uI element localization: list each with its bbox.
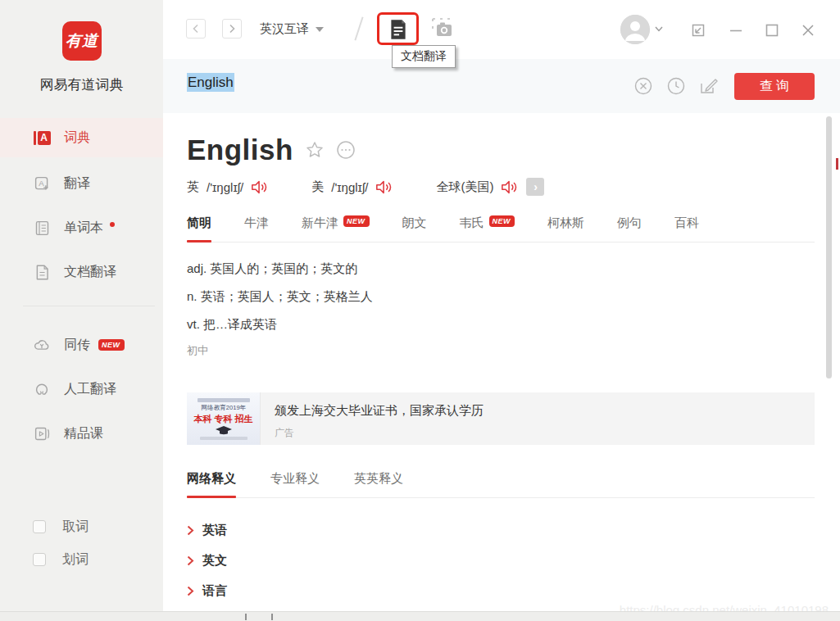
close-button[interactable] — [797, 20, 819, 41]
tab-examples[interactable]: 例句 — [617, 215, 642, 242]
tab-concise[interactable]: 简明 — [187, 215, 211, 242]
clear-circle-icon — [634, 77, 652, 95]
tab-webster[interactable]: 韦氏 NEW — [460, 215, 515, 242]
close-icon — [801, 23, 815, 38]
caret-down-icon — [316, 27, 324, 32]
global-expand-button[interactable]: › — [526, 178, 544, 196]
new-badge: NEW — [343, 215, 370, 227]
ad-image-text: 本科 专科 招生 — [193, 413, 252, 425]
speaker-icon[interactable] — [375, 179, 393, 195]
minimize-icon — [729, 23, 743, 38]
youdao-logo: 有道 — [62, 21, 102, 61]
pronunciation-us: 美 /'ɪŋglɪʃ/ — [311, 179, 393, 195]
toggle-word-select[interactable]: 划词 — [0, 546, 163, 573]
tab-web-meanings[interactable]: 网络释义 — [187, 471, 236, 497]
chevron-right-icon — [228, 24, 236, 34]
user-avatar[interactable] — [620, 15, 650, 44]
sidebar-item-label: 精品课 — [64, 425, 103, 442]
doc-translate-tooltip: 文档翻译 — [392, 45, 456, 68]
level-tag: 初中 — [187, 343, 815, 360]
search-bar[interactable]: English 查 询 — [163, 59, 840, 113]
sidebar-item-doc-translate[interactable]: 文档翻译 — [0, 252, 163, 292]
pron-region: 全球(美国) — [436, 179, 493, 195]
chevron-left-icon — [192, 24, 200, 34]
ad-banner[interactable]: 网络教育2019年 本科 专科 招生 颁发上海交大毕业证书，国家承认学历 广告 — [187, 392, 815, 445]
speaker-icon[interactable] — [501, 179, 519, 195]
headword: English — [187, 134, 293, 166]
screenshot-ocr-button[interactable] — [430, 16, 455, 41]
sidebar-item-label: 同传 — [64, 337, 90, 354]
sidebar-item-dictionary[interactable]: A 词典 — [0, 118, 163, 157]
pron-phonetic: /'ɪŋglɪʃ/ — [331, 180, 368, 194]
app-name: 网易有道词典 — [0, 75, 163, 94]
search-input[interactable]: English — [187, 75, 234, 91]
more-options-icon[interactable] — [336, 140, 356, 160]
resize-mark — [245, 614, 247, 620]
tab-longman[interactable]: 朗文 — [402, 215, 427, 242]
minimize-button[interactable] — [725, 20, 747, 41]
headset-icon — [33, 380, 51, 398]
scrollbar-thumb[interactable] — [826, 116, 832, 378]
graduation-cap-icon — [216, 426, 232, 436]
sidebar-item-label: 文档翻译 — [64, 264, 116, 281]
toggle-label: 划词 — [62, 551, 89, 569]
ad-image-text: 网络教育2019年 — [201, 403, 246, 411]
tab-baike[interactable]: 百科 — [674, 215, 699, 242]
handwriting-button[interactable] — [699, 76, 719, 96]
web-meaning-item[interactable]: 英语 — [187, 515, 815, 546]
sidebar-item-label: 人工翻译 — [64, 381, 116, 398]
pronunciation-global: 全球(美国) › — [436, 178, 544, 196]
dictionary-tabs: 简明 牛津 新牛津 NEW 朗文 韦氏 NEW 柯林斯 例句 百科 — [187, 215, 815, 243]
sidebar-item-label: 单词本 — [64, 220, 103, 237]
chevron-right-icon — [187, 586, 194, 596]
meaning-tabs: 网络释义 专业释义 英英释义 — [187, 471, 815, 498]
web-meaning-item[interactable]: 英文 — [187, 546, 815, 576]
tab-collins[interactable]: 柯林斯 — [547, 215, 584, 242]
back-button[interactable] — [186, 19, 206, 39]
tab-professional-meanings[interactable]: 专业释义 — [270, 471, 320, 497]
maximize-button[interactable] — [761, 20, 783, 41]
chevron-right-icon — [187, 555, 194, 566]
pron-phonetic: /'ɪŋglɪʃ/ — [207, 180, 243, 194]
sidebar-item-courses[interactable]: 精品课 — [0, 414, 163, 453]
scrollbar-red-marker — [836, 158, 838, 170]
definitions: adj. 英国人的；英国的；英文的 n. 英语；英国人；英文；英格兰人 vt. … — [187, 255, 815, 338]
history-button[interactable] — [666, 76, 686, 96]
checkbox-icon[interactable] — [33, 520, 46, 533]
doc-translate-button[interactable] — [379, 14, 417, 44]
sidebar: 有道 网易有道词典 A 词典 A 翻译 — [0, 0, 163, 621]
sidebar-item-simultaneous[interactable]: 同传 NEW — [0, 325, 163, 365]
sidebar-item-human-translate[interactable]: 人工翻译 — [0, 369, 163, 409]
language-mode-dropdown[interactable]: 英汉互译 — [260, 21, 324, 37]
toolbar: 英汉互译 文档翻译 — [163, 0, 840, 59]
favorite-star-icon[interactable] — [305, 140, 325, 160]
language-mode-label: 英汉互译 — [260, 21, 309, 37]
sidebar-item-wordbook[interactable]: 单词本 — [0, 208, 163, 247]
speaker-icon[interactable] — [251, 179, 269, 195]
avatar-chevron-icon[interactable] — [655, 26, 663, 32]
tab-oxford[interactable]: 牛津 — [244, 215, 269, 242]
search-submit-button[interactable]: 查 询 — [734, 73, 815, 100]
sidebar-item-translate[interactable]: A 翻译 — [0, 164, 163, 203]
sidebar-item-label: 翻译 — [64, 175, 90, 193]
web-meaning-item[interactable]: 语言 — [187, 576, 815, 606]
resize-mark — [271, 614, 273, 620]
svg-text:A: A — [39, 179, 44, 188]
toggle-word-capture[interactable]: 取词 — [0, 513, 163, 541]
web-meanings-list: 英语 英文 语言 — [187, 515, 815, 606]
mini-mode-button[interactable] — [688, 20, 709, 41]
maximize-icon — [765, 23, 779, 38]
dictionary-icon: A — [33, 129, 51, 147]
clear-search-button[interactable] — [633, 76, 653, 96]
entry-content: English 英 /'ɪŋglɪʃ/ — [163, 113, 840, 610]
app-window: 有道 网易有道词典 A 词典 A 翻译 — [0, 0, 840, 621]
ad-thumbnail: 网络教育2019年 本科 专科 招生 — [187, 392, 261, 445]
tab-english-meanings[interactable]: 英英释义 — [354, 471, 403, 497]
checkbox-icon[interactable] — [33, 553, 46, 566]
document-icon — [33, 263, 51, 281]
popout-icon — [690, 22, 706, 39]
forward-button[interactable] — [222, 19, 242, 39]
tab-new-oxford[interactable]: 新牛津 NEW — [302, 215, 370, 242]
bottom-strip — [0, 611, 840, 621]
ad-title: 颁发上海交大毕业证书，国家承认学历 — [275, 403, 484, 419]
